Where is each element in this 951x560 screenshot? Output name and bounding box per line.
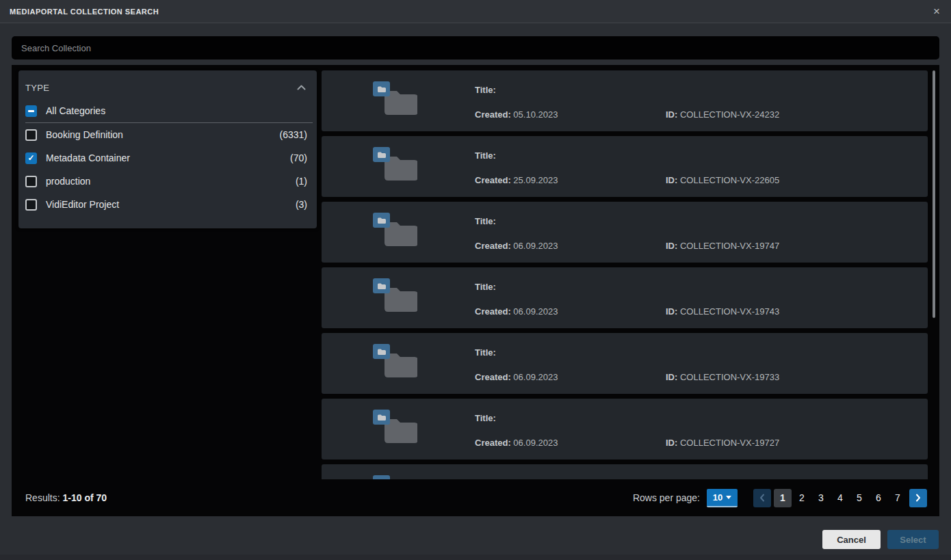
- search-results-area: TYPE All CategoriesBooking Definition(63…: [12, 65, 939, 516]
- result-card[interactable]: Title:Created: 06.09.2023ID: COLLECTION-…: [322, 202, 928, 263]
- result-title: Title:: [475, 216, 496, 226]
- cancel-button[interactable]: Cancel: [822, 530, 881, 549]
- filter-row[interactable]: production(1): [18, 170, 317, 193]
- page-button-5[interactable]: 5: [850, 489, 868, 507]
- page-button-1[interactable]: 1: [774, 489, 792, 507]
- page-button-6[interactable]: 6: [870, 489, 887, 507]
- collection-folder-badge-icon: [373, 278, 390, 293]
- checkbox-unchecked-icon[interactable]: [25, 176, 37, 187]
- filter-count: (70): [290, 152, 307, 163]
- close-icon[interactable]: ×: [930, 5, 943, 18]
- filter-row[interactable]: VidiEditor Project(3): [18, 193, 317, 216]
- result-id: ID: COLLECTION-VX-19743: [666, 306, 779, 317]
- result-id: ID: COLLECTION-VX-22605: [666, 175, 779, 185]
- filter-label: VidiEditor Project: [46, 199, 119, 210]
- rows-per-page-value: 10: [713, 492, 722, 503]
- filter-count: (3): [296, 199, 307, 210]
- result-card[interactable]: Title:Created: 06.09.2023ID: COLLECTION-…: [322, 333, 928, 394]
- result-created: Created: 25.09.2023: [475, 175, 558, 185]
- select-button[interactable]: Select: [887, 530, 939, 549]
- collection-folder-badge-icon: [373, 410, 390, 425]
- collection-search-dialog: MEDIAPORTAL COLLECTION SEARCH × TYPE All…: [0, 0, 951, 560]
- result-title: Title:: [475, 413, 496, 423]
- collection-folder-badge-icon: [373, 344, 390, 359]
- result-card[interactable]: Title:Created: 25.09.2023ID: COLLECTION-…: [322, 136, 928, 197]
- filter-label: All Categories: [46, 105, 105, 116]
- result-card[interactable]: Title:Created: 06.09.2023ID: COLLECTION-…: [322, 267, 928, 328]
- dialog-title: MEDIAPORTAL COLLECTION SEARCH: [10, 8, 159, 16]
- results-scrollbar[interactable]: [933, 70, 935, 318]
- result-card[interactable]: Title:Created: 05.10.2023ID: COLLECTION-…: [322, 70, 928, 131]
- result-id: ID: COLLECTION-VX-19747: [666, 241, 779, 251]
- results-count: Results: 1-10 of 70: [25, 492, 107, 503]
- result-created: Created: 06.09.2023: [475, 306, 558, 317]
- result-title: Title:: [475, 150, 496, 161]
- page-number-buttons: 1234567: [773, 489, 907, 507]
- dialog-bottom-edge: [0, 555, 951, 560]
- results-footer: Results: 1-10 of 70 Rows per page: 10 12…: [12, 479, 939, 516]
- collection-folder-badge-icon: [373, 81, 390, 96]
- filter-count: (6331): [280, 129, 307, 140]
- result-created: Created: 06.09.2023: [475, 438, 558, 448]
- page-button-4[interactable]: 4: [831, 489, 849, 507]
- page-button-2[interactable]: 2: [793, 489, 811, 507]
- result-id: ID: COLLECTION-VX-19733: [666, 372, 779, 382]
- previous-page-button[interactable]: [753, 489, 771, 507]
- filter-list: All CategoriesBooking Definition(6331)Me…: [18, 99, 317, 216]
- result-id: ID: COLLECTION-VX-19727: [666, 438, 779, 448]
- page-button-7[interactable]: 7: [889, 489, 907, 507]
- result-created: Created: 05.10.2023: [475, 109, 558, 120]
- result-card-partial[interactable]: [322, 464, 928, 479]
- result-created: Created: 06.09.2023: [475, 241, 558, 251]
- collection-folder-badge-icon: [373, 213, 390, 228]
- filter-row[interactable]: Booking Definition(6331): [18, 123, 317, 146]
- filter-count: (1): [296, 176, 307, 187]
- next-page-button[interactable]: [909, 489, 927, 507]
- checkbox-unchecked-icon[interactable]: [25, 129, 37, 141]
- type-filter-panel: TYPE All CategoriesBooking Definition(63…: [18, 70, 317, 228]
- result-id: ID: COLLECTION-VX-24232: [666, 109, 779, 120]
- result-title: Title:: [475, 282, 496, 292]
- chevron-right-icon: [915, 494, 921, 502]
- checkbox-indeterminate-icon[interactable]: [25, 105, 37, 117]
- result-card[interactable]: Title:Created: 06.09.2023ID: COLLECTION-…: [322, 399, 928, 459]
- filter-row[interactable]: All Categories: [18, 99, 317, 122]
- page-button-3[interactable]: 3: [812, 489, 830, 507]
- checkbox-checked-icon[interactable]: [25, 152, 37, 164]
- checkbox-unchecked-icon[interactable]: [25, 199, 37, 211]
- result-title: Title:: [475, 347, 496, 358]
- results-count-range: 1-10 of 70: [62, 492, 107, 503]
- chevron-left-icon: [759, 494, 765, 502]
- dialog-actions: Cancel Select: [822, 530, 939, 549]
- result-title: Title:: [475, 85, 496, 95]
- pagination: Rows per page: 10 1234567: [633, 489, 928, 507]
- filter-row[interactable]: Metadata Container(70): [18, 146, 317, 170]
- caret-down-icon: [726, 496, 731, 499]
- rows-per-page-select[interactable]: 10: [707, 489, 738, 507]
- filter-panel-title: TYPE: [25, 83, 49, 93]
- filter-panel-header: TYPE: [18, 70, 317, 99]
- result-list: Title:Created: 05.10.2023ID: COLLECTION-…: [322, 70, 928, 479]
- chevron-up-icon[interactable]: [297, 85, 306, 90]
- dialog-header: MEDIAPORTAL COLLECTION SEARCH: [0, 0, 951, 23]
- results-count-label: Results:: [25, 492, 60, 503]
- filter-label: Booking Definition: [46, 129, 123, 140]
- rows-per-page-label: Rows per page:: [633, 492, 700, 503]
- search-input[interactable]: [12, 36, 939, 59]
- result-created: Created: 06.09.2023: [475, 372, 558, 382]
- filter-label: production: [46, 176, 90, 187]
- collection-folder-badge-icon: [373, 147, 390, 162]
- filter-label: Metadata Container: [46, 152, 130, 163]
